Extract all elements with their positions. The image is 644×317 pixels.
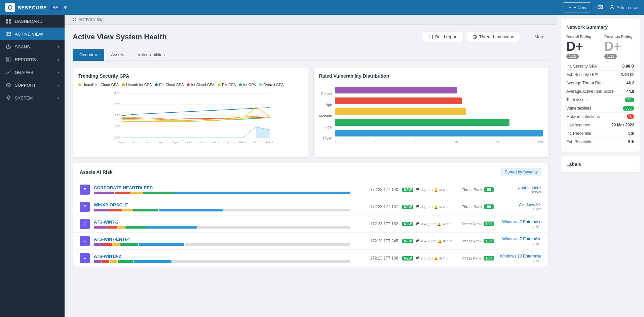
svg-marker-38	[256, 127, 270, 138]
asset-name-link[interactable]: ATS-WIN10-2	[94, 254, 350, 259]
asset-flag-icon: 🏴	[415, 239, 419, 243]
asset-os-link[interactable]: Windows 10 Enterprise	[498, 254, 541, 259]
stat-label: Last scanned	[566, 123, 611, 127]
sidebar-item-label: SUPPORT	[15, 83, 54, 88]
system-icon	[5, 95, 11, 101]
table-row: F ATS-WIN7-ENT64 172.23.177.245	[73, 233, 548, 250]
sorted-badge[interactable]: Sorted by Severity	[501, 168, 541, 176]
asset-icon-row: NEW 🏴 ⊘ ● ▲ □ □ 🔔 🖥 ≡ □	[402, 239, 456, 243]
logo-icon	[5, 3, 15, 12]
legend-label: Unauth Int Cloud GPA	[82, 83, 119, 87]
asset-info-icons: △ □ □ 🔔 🖥 ≡ □	[424, 188, 448, 192]
previous-rating-label: Previous Rating	[604, 35, 634, 39]
user-menu[interactable]: Admin user	[609, 5, 639, 10]
sidebar-item-label: SCANS	[15, 44, 54, 49]
asset-os: Ubuntu Linux server	[498, 185, 541, 194]
chevron-down-icon: ▾	[58, 45, 59, 49]
rating-row: Overall Rating D+ 1.11 Previous Rating D…	[566, 35, 634, 59]
labels-card: Labels	[561, 156, 640, 173]
svg-rect-6	[6, 32, 11, 36]
new-badge: NEW	[402, 205, 413, 209]
asset-name-link[interactable]: WINXP-ORACLE	[94, 202, 350, 207]
main-content: ACTIVE VIEW Active View System Health Bu…	[65, 15, 557, 317]
asset-ip: 172.23.177.140	[354, 187, 398, 192]
asset-info-icons: △ □ □ 🔔 🖥 ≡ □	[427, 222, 451, 226]
threat-rank-value: 100	[484, 256, 494, 261]
x-axis-25: 25	[455, 141, 458, 144]
build-report-button[interactable]: Build report	[423, 32, 463, 42]
build-report-icon	[428, 35, 433, 39]
svg-point-15	[8, 86, 8, 86]
new-button[interactable]: ＋ + New	[563, 2, 591, 12]
svg-text:Mar 1: Mar 1	[253, 141, 260, 144]
vuln-bar-low	[335, 118, 543, 127]
asset-alert-icon: ●	[424, 239, 426, 243]
svg-rect-5	[9, 22, 11, 24]
legend-label: Ext GPA	[222, 83, 236, 87]
previous-score-badge: 1.11	[604, 54, 617, 59]
assets-header: Assets At Risk Sorted by Severity	[73, 163, 548, 181]
stat-row-ext-security-gpa: Ext. Security GPA 1.64 C-	[566, 71, 634, 79]
table-row: F ATS-WIN7-2 172.23.177.102	[73, 215, 548, 233]
asset-severity-bar	[94, 192, 350, 194]
new-btn-label: + New	[574, 5, 586, 10]
asset-flag-icon: 🏴	[415, 222, 419, 226]
sidebar-item-active-view[interactable]: ACTIVE VIEW	[0, 28, 65, 40]
breadcrumb-icon	[73, 17, 77, 22]
network-summary-title: Network Summary	[566, 25, 634, 30]
overall-grade: D+	[566, 40, 596, 53]
threat-rank-value: 100	[484, 222, 494, 226]
asset-name-link[interactable]: CORPORATE-HEARTBLEED	[94, 185, 350, 190]
sidebar-item-system[interactable]: SYSTEM ▾	[0, 91, 65, 104]
build-report-label: Build report	[435, 34, 457, 39]
stat-label: Malware infections	[566, 114, 627, 119]
tab-assets[interactable]: Assets	[104, 49, 131, 61]
sidebar-item-graphs[interactable]: GRAPHS ▾	[0, 66, 65, 79]
legend-item: Int Cloud GPA	[187, 83, 215, 87]
asset-os-type: client	[498, 241, 541, 245]
vuln-bar-trivial	[335, 128, 543, 138]
asset-icon-row: NEW 🏴 ⊘ △ □ □ 🔔 🖥 ≡ □	[402, 188, 456, 192]
scans-icon	[5, 44, 11, 50]
stat-row-avg-risk-score: Average Active Risk Score 44.8	[566, 87, 634, 96]
asset-name-link[interactable]: ATS-WIN7-ENT64	[94, 237, 350, 242]
plus-icon: ＋	[568, 4, 572, 10]
svg-rect-19	[73, 20, 74, 21]
app-logo[interactable]: BESECURE VM ▾	[5, 3, 67, 12]
overall-rating-label: Overall Rating	[566, 35, 596, 39]
avatar: F	[80, 253, 90, 263]
threat-landscape-button[interactable]: Threat Landscape	[467, 32, 520, 42]
product-name: BESECURE	[17, 5, 47, 10]
stat-badge-total-assets: 52	[625, 97, 634, 102]
legend-item: Unauth Int Cloud GPA	[78, 83, 119, 87]
asset-main: ATS-WIN7-2	[94, 220, 350, 229]
sidebar-item-scans[interactable]: SCANS ▾	[0, 40, 65, 53]
sidebar-item-support[interactable]: SUPPORT ▾	[0, 79, 65, 91]
tab-overview[interactable]: Overview	[73, 49, 104, 61]
sidebar-item-reports[interactable]: REPORTS ▾	[0, 53, 65, 66]
asset-name-link[interactable]: ATS-WIN7-2	[94, 220, 350, 225]
sidebar-item-dashboard[interactable]: DASHBOARD	[0, 15, 65, 28]
tab-vulnerabilities[interactable]: Vulnerabilities	[131, 49, 171, 61]
more-button[interactable]: ⋮ More	[523, 31, 548, 42]
asset-os-link[interactable]: Windows 7 Enterprise	[498, 237, 541, 241]
mail-icon[interactable]	[597, 4, 603, 11]
asset-os: Windows 7 Enterprise client	[498, 220, 541, 228]
new-badge: NEW	[402, 256, 413, 261]
active-view-icon	[5, 31, 11, 37]
svg-text:Aug 1: Aug 1	[158, 141, 165, 144]
asset-os-link[interactable]: Ubuntu Linux	[498, 185, 541, 190]
asset-os-link[interactable]: Windows 7 Enterprise	[498, 220, 541, 224]
vuln-bar-high	[335, 96, 543, 106]
asset-os-type: server	[498, 190, 541, 194]
stat-label: Int. Security GPA	[566, 64, 622, 69]
dashboard-icon	[5, 18, 11, 24]
trending-chart-title: Trending Security GPA	[78, 73, 302, 79]
svg-text:Sep 1: Sep 1	[172, 141, 179, 144]
support-icon	[5, 82, 11, 88]
legend-label: Int Cloud GPA	[191, 83, 215, 87]
svg-rect-18	[75, 18, 76, 19]
graphs-icon	[5, 69, 11, 75]
asset-os-link[interactable]: Windows XP	[498, 202, 541, 207]
stat-label: Average Active Risk Score	[566, 89, 627, 94]
